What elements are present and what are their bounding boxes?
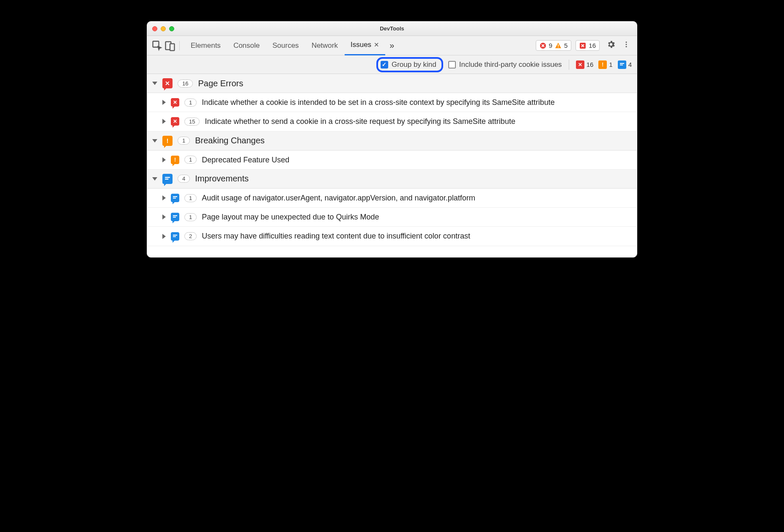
toolbar-info-count[interactable]: 4 bbox=[618, 60, 632, 69]
group-title: Breaking Changes bbox=[195, 136, 265, 145]
issue-text: Users may have difficulties reading text… bbox=[202, 231, 632, 241]
window-title: DevTools bbox=[147, 25, 637, 32]
issue-count: 2 bbox=[184, 232, 197, 240]
issue-count: 1 bbox=[184, 156, 197, 164]
svg-rect-12 bbox=[165, 177, 170, 178]
toolbar-warnings-count[interactable]: ! 1 bbox=[598, 60, 612, 69]
issue-row[interactable]: 2 Users may have difficulties reading te… bbox=[147, 227, 637, 246]
include-third-party-label: Include third-party cookie issues bbox=[459, 60, 562, 69]
chevron-down-icon bbox=[152, 139, 157, 143]
window-minimize-button[interactable] bbox=[161, 26, 166, 31]
divider bbox=[179, 41, 180, 50]
issue-text: Deprecated Feature Used bbox=[202, 155, 632, 165]
info-speech-icon bbox=[171, 194, 179, 202]
tab-label: Issues bbox=[351, 41, 371, 49]
count: 4 bbox=[628, 61, 632, 68]
info-speech-icon bbox=[171, 213, 179, 221]
tab-label: Network bbox=[312, 41, 338, 50]
titlebar: DevTools bbox=[147, 22, 637, 36]
issue-row[interactable]: ✕ 15 Indicate whether to send a cookie i… bbox=[147, 112, 637, 131]
warning-speech-icon: ! bbox=[171, 156, 179, 164]
issues-list: ✕ 16 Page Errors ✕ 1 Indicate whether a … bbox=[147, 74, 637, 257]
svg-rect-14 bbox=[173, 196, 177, 197]
divider bbox=[569, 60, 569, 70]
group-title: Page Errors bbox=[198, 79, 243, 88]
tab-sources[interactable]: Sources bbox=[266, 36, 304, 55]
issue-count: 15 bbox=[184, 118, 200, 126]
more-tabs-button[interactable]: » bbox=[386, 41, 397, 50]
issue-text: Page layout may be unexpected due to Qui… bbox=[202, 212, 632, 222]
console-status-badge[interactable]: 9 5 bbox=[536, 40, 572, 51]
group-header-breaking-changes[interactable]: ! 1 Breaking Changes bbox=[147, 132, 637, 151]
svg-point-9 bbox=[626, 46, 627, 47]
issue-row[interactable]: 1 Audit usage of navigator.userAgent, na… bbox=[147, 189, 637, 208]
chevron-right-icon bbox=[162, 214, 166, 219]
chevron-down-icon bbox=[152, 82, 157, 85]
group-count: 16 bbox=[178, 80, 193, 88]
chevron-right-icon bbox=[162, 119, 166, 124]
issue-count: 1 bbox=[184, 213, 197, 221]
issue-text: Indicate whether to send a cookie in a c… bbox=[205, 116, 632, 126]
error-speech-icon: ✕ bbox=[162, 78, 173, 88]
tab-label: Console bbox=[233, 41, 260, 50]
chevron-down-icon bbox=[152, 177, 157, 181]
group-title: Improvements bbox=[195, 174, 249, 184]
tab-label: Elements bbox=[191, 41, 221, 50]
tab-issues[interactable]: Issues ✕ bbox=[345, 36, 385, 55]
group-count: 1 bbox=[178, 137, 190, 145]
group-by-kind-label: Group by kind bbox=[392, 60, 436, 69]
window-maximize-button[interactable] bbox=[169, 26, 174, 31]
warning-icon bbox=[555, 42, 562, 49]
chevron-right-icon bbox=[162, 195, 166, 200]
include-third-party-option[interactable]: Include third-party cookie issues bbox=[448, 60, 562, 69]
more-options-button[interactable] bbox=[622, 41, 630, 50]
svg-rect-13 bbox=[165, 178, 168, 179]
error-speech-icon: ✕ bbox=[171, 117, 179, 126]
close-tab-icon[interactable]: ✕ bbox=[374, 41, 379, 49]
error-count: 9 bbox=[549, 42, 552, 49]
chevron-right-icon bbox=[162, 100, 166, 105]
issues-count-badge[interactable]: 16 bbox=[576, 40, 600, 51]
issue-text: Indicate whether a cookie is intended to… bbox=[202, 97, 632, 107]
count: 16 bbox=[587, 61, 594, 68]
tab-console[interactable]: Console bbox=[228, 36, 266, 55]
svg-rect-16 bbox=[173, 215, 177, 216]
warning-speech-icon: ! bbox=[162, 136, 173, 146]
device-toolbar-button[interactable] bbox=[164, 40, 176, 52]
svg-rect-18 bbox=[173, 235, 177, 236]
tab-network[interactable]: Network bbox=[306, 36, 344, 55]
issue-row[interactable]: ✕ 1 Indicate whether a cookie is intende… bbox=[147, 93, 637, 112]
svg-rect-19 bbox=[173, 236, 176, 237]
inspect-element-button[interactable] bbox=[151, 40, 163, 52]
group-by-kind-checkbox[interactable] bbox=[381, 61, 388, 69]
settings-button[interactable] bbox=[606, 40, 616, 51]
main-tabbar: Elements Console Sources Network Issues … bbox=[147, 36, 637, 55]
svg-rect-4 bbox=[558, 44, 559, 47]
issue-row[interactable]: ! 1 Deprecated Feature Used bbox=[147, 151, 637, 170]
tab-elements[interactable]: Elements bbox=[185, 36, 227, 55]
issue-text: Audit usage of navigator.userAgent, navi… bbox=[202, 193, 632, 203]
include-third-party-checkbox[interactable] bbox=[448, 61, 456, 69]
issue-row[interactable]: 1 Page layout may be unexpected due to Q… bbox=[147, 208, 637, 227]
chevron-right-icon bbox=[162, 157, 166, 162]
error-icon bbox=[540, 42, 546, 49]
toolbar-errors-count[interactable]: ✕ 16 bbox=[576, 60, 594, 69]
error-icon: ✕ bbox=[576, 60, 584, 69]
error-speech-icon: ✕ bbox=[171, 98, 179, 107]
traffic-lights bbox=[152, 26, 174, 31]
info-speech-icon bbox=[162, 174, 173, 184]
svg-rect-5 bbox=[558, 47, 559, 48]
info-icon bbox=[618, 60, 626, 69]
issues-error-count: 16 bbox=[589, 42, 596, 49]
group-header-page-errors[interactable]: ✕ 16 Page Errors bbox=[147, 74, 637, 93]
info-speech-icon bbox=[171, 232, 179, 241]
window-close-button[interactable] bbox=[152, 26, 157, 31]
svg-rect-15 bbox=[173, 198, 176, 199]
svg-rect-11 bbox=[620, 64, 623, 65]
group-by-kind-highlight: Group by kind bbox=[376, 57, 443, 72]
warning-icon: ! bbox=[598, 60, 607, 69]
group-header-improvements[interactable]: 4 Improvements bbox=[147, 170, 637, 189]
footer-space bbox=[147, 246, 637, 257]
issue-count: 1 bbox=[184, 194, 197, 202]
svg-point-7 bbox=[626, 41, 627, 43]
